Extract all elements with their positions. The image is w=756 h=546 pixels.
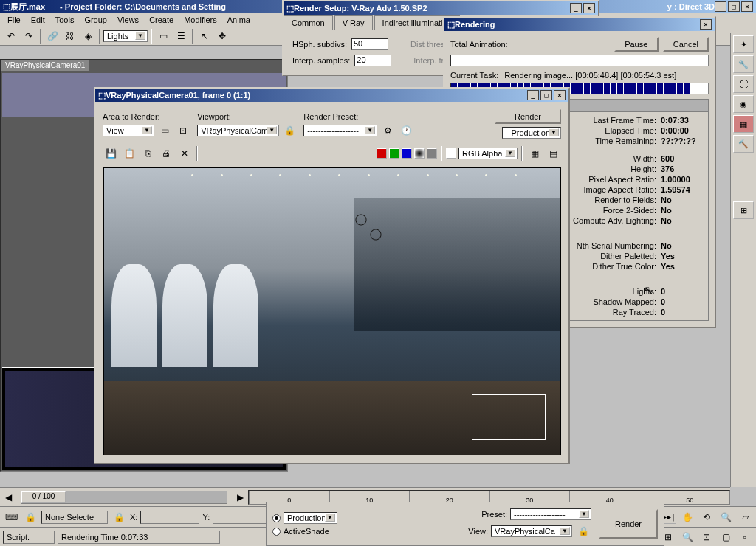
pause-button[interactable]: Pause [614, 37, 659, 52]
close-button[interactable]: × [741, 1, 753, 12]
bgcolor-swatch[interactable] [446, 148, 456, 159]
menu-modifiers[interactable]: Modifiers [179, 15, 221, 25]
area-select[interactable]: View [103, 125, 154, 136]
render-setup-titlebar[interactable]: ⬚ Render Setup: V-Ray Adv 1.50.SP2 _ × [284, 1, 598, 15]
create-tab[interactable]: ✦ [733, 35, 754, 53]
menu-edit[interactable]: Edit [27, 15, 49, 25]
menu-file[interactable]: File [3, 15, 25, 25]
menu-group[interactable]: Group [80, 15, 111, 25]
nav-arc-button[interactable]: ⟲ [698, 509, 715, 525]
select-button[interactable]: ▭ [155, 28, 171, 44]
menu-animation[interactable]: Anima [223, 15, 255, 25]
viewport-select[interactable]: VRayPhysicalCam [197, 125, 279, 136]
cancel-button[interactable]: Cancel [663, 37, 709, 52]
vfb-close[interactable]: × [554, 90, 566, 100]
red-channel-button[interactable] [377, 148, 387, 159]
menu-tools[interactable]: Tools [51, 15, 79, 25]
activeshade-radio[interactable] [272, 528, 281, 536]
blue-channel-button[interactable] [402, 148, 412, 159]
hsph-spinner[interactable]: 50 [351, 38, 388, 50]
clear-icon[interactable]: ✕ [176, 145, 193, 162]
preset-opts-button[interactable]: ⚙ [379, 122, 396, 139]
utilities-tab[interactable]: 🔨 [733, 135, 754, 153]
nav-fov-button[interactable]: ▱ [737, 509, 753, 525]
nav-zoom2-button[interactable]: 🔍 [679, 529, 695, 545]
lock-view-button[interactable]: 🔒 [281, 122, 298, 139]
alpha-channel-button[interactable] [414, 148, 425, 159]
region-auto-button[interactable]: ⊡ [175, 122, 191, 139]
preset-select[interactable]: ------------------- [303, 125, 377, 136]
render-region-marker[interactable] [472, 394, 546, 440]
production-radio[interactable] [272, 514, 281, 522]
x-coord[interactable] [140, 511, 199, 524]
x-label: X: [130, 513, 137, 522]
minimize-button[interactable]: _ [715, 1, 726, 12]
display-tab[interactable]: ▦ [733, 115, 754, 133]
nav-max-button[interactable]: ▢ [718, 529, 734, 545]
nav-zoom-button[interactable]: 🔍 [718, 509, 734, 525]
rendering-title: Rendering [455, 20, 495, 29]
redo-button[interactable]: ↷ [21, 28, 37, 44]
total-anim-label: Total Animation: [450, 40, 508, 49]
bottom-render-button[interactable]: Render [599, 509, 658, 539]
rs-minimize[interactable]: _ [570, 3, 582, 13]
render-output-image[interactable] [103, 167, 561, 455]
move-button[interactable]: ✥ [214, 28, 230, 44]
time-thumb[interactable]: 0 / 100 [21, 491, 66, 503]
channel-select[interactable]: RGB Alpha [458, 148, 518, 159]
time-slider[interactable]: 0 / 100 [21, 491, 227, 504]
bottom-lock-button[interactable]: 🔒 [575, 523, 591, 539]
menu-create[interactable]: Create [145, 15, 178, 25]
arrow-button[interactable]: ↖ [196, 28, 213, 44]
production-select[interactable]: Production [502, 127, 561, 139]
menu-views[interactable]: Views [113, 15, 143, 25]
tab-common[interactable]: Common [284, 15, 333, 30]
rendering-close[interactable]: × [700, 19, 712, 30]
interp-spinner[interactable]: 20 [354, 55, 391, 66]
save-icon[interactable]: 💾 [103, 145, 119, 162]
timeline-right-icon[interactable]: ▶ [232, 489, 248, 505]
rendering-titlebar[interactable]: ⬚ Rendering × [444, 18, 715, 31]
preset-time-button[interactable]: 🕐 [398, 122, 414, 139]
selection-filter[interactable]: Lights [103, 30, 148, 42]
unlink-button[interactable]: ⛓ [62, 28, 78, 44]
mono-channel-button[interactable] [427, 148, 437, 159]
toggle-overlay-button[interactable]: ▤ [545, 145, 561, 162]
print-icon[interactable]: 🖨 [158, 145, 174, 162]
lock-button[interactable]: ⊞ [733, 201, 754, 219]
maximize-button[interactable]: □ [728, 1, 740, 12]
vfb-maximize[interactable]: □ [540, 90, 552, 100]
link-button[interactable]: 🔗 [44, 28, 61, 44]
nav-min-button[interactable]: ▫ [737, 529, 753, 545]
maxscript-button[interactable]: ⌨ [3, 509, 19, 525]
lock-selection-button[interactable]: 🔒 [22, 509, 38, 525]
transform-lock-button[interactable]: 🔒 [111, 509, 127, 525]
hierarchy-tab[interactable]: ⛶ [733, 75, 754, 93]
bottom-preset-select[interactable]: ------------------- [510, 508, 591, 520]
undo-button[interactable]: ↶ [3, 28, 19, 44]
vfb-icon: ⬚ [98, 91, 106, 100]
vfb-window: ⬚ VRayPhysicalCamera01, frame 0 (1:1) _ … [94, 87, 570, 464]
bottom-view-select[interactable]: VRayPhysicalCa [491, 525, 572, 537]
nav-zoomall-button[interactable]: ⊡ [698, 529, 715, 545]
timeline-left-icon[interactable]: ◀ [0, 489, 16, 505]
vfb-titlebar[interactable]: ⬚ VRayPhysicalCamera01, frame 0 (1:1) _ … [95, 89, 568, 102]
tab-vray[interactable]: V-Ray [334, 15, 373, 30]
modify-tab[interactable]: 🔧 [733, 55, 754, 73]
copy-icon[interactable]: 📋 [121, 145, 137, 162]
vfb-minimize[interactable]: _ [527, 90, 539, 100]
production-dropdown[interactable]: Production [284, 512, 337, 524]
y-coord[interactable] [213, 511, 272, 524]
bind-button[interactable]: ◈ [80, 28, 96, 44]
script-status[interactable]: Script. [3, 531, 55, 544]
nav-pan-button[interactable]: ✋ [679, 509, 695, 525]
toggle-ui-button[interactable]: ▦ [526, 145, 543, 162]
rs-close[interactable]: × [583, 3, 595, 13]
render-button[interactable]: Render [495, 109, 561, 124]
select-name-button[interactable]: ☰ [173, 28, 189, 44]
green-channel-button[interactable] [389, 148, 399, 159]
motion-tab[interactable]: ◉ [733, 95, 754, 113]
selection-status: None Selecte [41, 511, 108, 524]
clone-icon[interactable]: ⎘ [140, 145, 156, 162]
region-edit-button[interactable]: ▭ [157, 122, 173, 139]
